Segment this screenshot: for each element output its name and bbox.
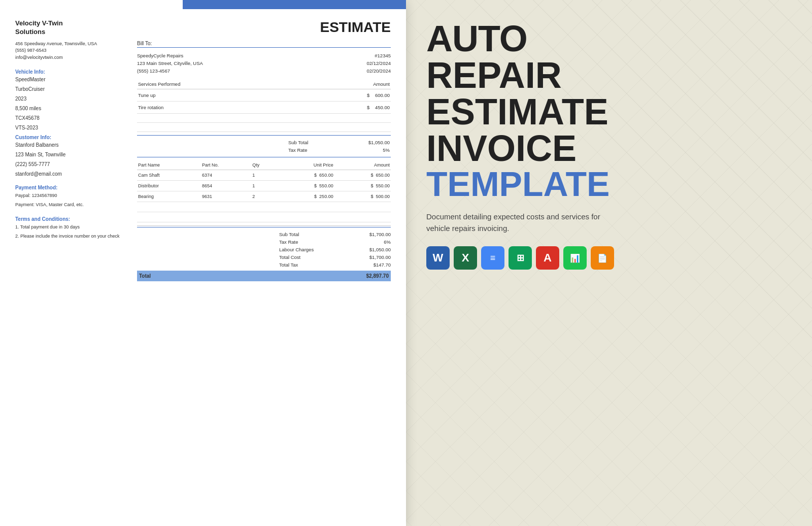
- vehicle-vin: TCX45678: [15, 115, 127, 121]
- customer-name: Stanford Balbaners: [15, 142, 127, 148]
- parts-header-price: Unit Price: [276, 160, 334, 170]
- service-name-1: Tune up: [137, 89, 300, 101]
- company-address: 456 Speedway Avenue, Townsville, USA (55…: [15, 41, 127, 61]
- payment-method-label: Payment Method:: [15, 185, 127, 190]
- part-qty-3: 2: [251, 191, 276, 202]
- customer-phone: (222) 555-7777: [15, 161, 127, 167]
- part-price-1: $ 650.00: [276, 170, 334, 180]
- vehicle-info-label: Vehicle Info:: [15, 69, 127, 75]
- bill-to-divider: [137, 47, 391, 48]
- part-no-2: 8654: [201, 180, 251, 191]
- icon-excel[interactable]: X: [454, 246, 477, 270]
- excel-letter: X: [462, 251, 469, 265]
- service-name-2: Tire rotation: [137, 101, 300, 113]
- part-name-1: Cam Shaft: [137, 170, 201, 180]
- parts-table: Part Name Part No. Qty Unit Price Amount…: [137, 160, 391, 222]
- services-header-amount: Amount: [300, 79, 391, 89]
- part-price-3: $ 250.00: [276, 191, 334, 202]
- total-tax-rate-label: Tax Rate: [279, 239, 298, 245]
- docs-icon: ≡: [490, 253, 496, 264]
- parts-header-no: Part No.: [201, 160, 251, 170]
- icon-numbers[interactable]: 📊: [563, 246, 587, 270]
- services-divider: [137, 135, 391, 136]
- sub-total-label: Sub Total: [288, 140, 308, 145]
- total-labour-row: Labour Charges $1,050.00: [279, 246, 391, 253]
- title-repair: REPAIR: [426, 57, 797, 93]
- part-row-3: Bearing 9631 2 $ 250.00 $ 500.00: [137, 191, 391, 202]
- vehicle-year: 2023: [15, 96, 127, 102]
- total-cost-label: Total Cost: [279, 254, 300, 260]
- totals-section: Sub Total $1,700.00 Tax Rate 6% Labour C…: [137, 231, 391, 269]
- total-cost-value: $1,700.00: [369, 254, 391, 260]
- part-no-3: 9631: [201, 191, 251, 202]
- service-row-1: Tune up $ 600.00: [137, 89, 391, 101]
- icon-docs[interactable]: ≡: [481, 246, 504, 270]
- bill-date1: 02/12/2024: [366, 59, 391, 67]
- total-tax-value: $147.70: [374, 262, 391, 268]
- service-amount-1: $ 600.00: [300, 89, 391, 101]
- customer-email: stanford@email.com: [15, 171, 127, 177]
- total-tax-rate-row: Tax Rate 6%: [279, 238, 391, 246]
- numbers-icon: 📊: [570, 253, 580, 263]
- part-no-1: 6374: [201, 170, 251, 180]
- payment-other: Payment: VISA, Master Card, etc.: [15, 202, 127, 209]
- parts-header-name: Part Name: [137, 160, 201, 170]
- total-final-row: Total $2,897.70: [137, 271, 391, 281]
- tax-rate-value: 5%: [383, 147, 390, 153]
- right-panel: AUTO REPAIR ESTIMATE INVOICE TEMPLATE Do…: [406, 0, 812, 270]
- title-auto: AUTO: [426, 20, 797, 57]
- total-tax-label: Total Tax: [279, 262, 298, 268]
- icon-sheets[interactable]: ⊞: [509, 246, 532, 270]
- parts-divider-top: [137, 157, 391, 157]
- service-row-2: Tire rotation $ 450.00: [137, 101, 391, 113]
- pages-icon: 📄: [597, 253, 607, 263]
- pdf-letter: A: [544, 251, 552, 265]
- vehicle-mileage: 8,500 miles: [15, 106, 127, 111]
- parts-empty-1: [137, 202, 391, 212]
- bill-date2: 02/20/2024: [366, 67, 391, 75]
- right-column: ESTIMATE Bill To: SpeedyCycle Repairs 12…: [137, 19, 391, 281]
- total-labour-label: Labour Charges: [279, 247, 314, 252]
- total-final-value: $2,897.70: [366, 273, 389, 279]
- parts-blue-divider: [137, 227, 391, 227]
- title-estimate: ESTIMATE: [426, 93, 797, 130]
- payment-paypal: Paypal: 1234567890: [15, 192, 127, 200]
- terms-item-2: 2. Please include the invoice number on …: [15, 233, 127, 240]
- part-row-1: Cam Shaft 6374 1 $ 650.00 $ 650.00: [137, 170, 391, 180]
- bill-company: SpeedyCycle Repairs: [137, 52, 203, 59]
- part-name-2: Distributor: [137, 180, 201, 191]
- parts-divider-bottom: [137, 225, 391, 226]
- subtotal-row: Sub Total $1,050.00: [288, 139, 390, 146]
- top-bar: [183, 0, 406, 9]
- icon-pages[interactable]: 📄: [591, 246, 614, 270]
- parts-header-amount: Amount: [334, 160, 391, 170]
- bill-address: 123 Main Street, Cityville, USA: [137, 59, 203, 67]
- icon-pdf[interactable]: A: [536, 246, 559, 270]
- icon-word[interactable]: W: [426, 246, 450, 270]
- part-amount-3: $ 500.00: [334, 191, 391, 202]
- company-street: 456 Speedway Avenue, Townsville, USA: [15, 41, 127, 48]
- bill-info-row: SpeedyCycle Repairs 123 Main Street, Cit…: [137, 52, 391, 75]
- tax-rate-row: Tax Rate 5%: [288, 146, 390, 154]
- company-email: info@velocityvtwin.com: [15, 54, 127, 61]
- bill-info-left: SpeedyCycle Repairs 123 Main Street, Cit…: [137, 52, 203, 75]
- services-subtotal: Sub Total $1,050.00 Tax Rate 5%: [137, 139, 391, 154]
- services-header-name: Services Performed: [137, 79, 300, 89]
- word-letter: W: [433, 251, 444, 265]
- total-sub-row: Sub Total $1,700.00: [279, 231, 391, 238]
- estimate-title: ESTIMATE: [137, 19, 391, 36]
- service-amount-2: $ 450.00: [300, 101, 391, 113]
- company-phone: (555) 987-6543: [15, 47, 127, 54]
- service-row-empty: [137, 113, 391, 122]
- service-row-empty2: [137, 122, 391, 132]
- tax-rate-label: Tax Rate: [288, 147, 308, 153]
- part-amount-1: $ 650.00: [334, 170, 391, 180]
- total-tax-row: Total Tax $147.70: [279, 261, 391, 269]
- bill-info-right: #12345 02/12/2024 02/20/2024: [366, 52, 391, 75]
- part-name-3: Bearing: [137, 191, 201, 202]
- services-table: Services Performed Amount Tune up $ 600.…: [137, 79, 391, 132]
- part-price-2: $ 550.00: [276, 180, 334, 191]
- total-cost-row: Total Cost $1,700.00: [279, 253, 391, 261]
- company-name: Velocity V-Twin Solutions: [15, 19, 127, 37]
- terms-item-1: 1. Total payment due in 30 days: [15, 224, 127, 231]
